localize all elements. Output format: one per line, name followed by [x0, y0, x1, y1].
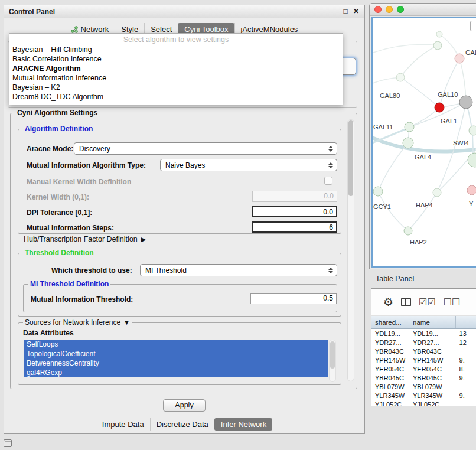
settings-group-title: Cyni Algorithm Settings	[15, 109, 99, 117]
network-node[interactable]	[436, 31, 442, 37]
restore-window-icon[interactable]: □	[341, 7, 350, 15]
network-edge[interactable]	[439, 58, 459, 107]
network-node-label: GAL1	[441, 118, 457, 125]
network-node[interactable]	[396, 73, 405, 81]
table-row[interactable]: YJL052CYJL052C	[371, 400, 476, 406]
network-edge[interactable]	[400, 77, 439, 107]
unselect-all-columns-icon[interactable]: ☐☐	[444, 298, 461, 307]
network-edge[interactable]	[378, 191, 408, 231]
attribute-item-selfloops[interactable]: SelfLoops	[24, 340, 328, 349]
algorithm-option-bayesian-hill-climbing[interactable]: Bayesian – Hill Climbing	[9, 45, 343, 54]
attribute-item-gal4rgexp[interactable]: gal4RGexp	[24, 368, 328, 377]
dropdown-placeholder: Select algorithm to view settings	[9, 35, 343, 45]
dpi-tolerance-field[interactable]: 0.0	[252, 206, 337, 217]
column-header[interactable]	[456, 316, 476, 328]
mac-zoom-icon[interactable]	[397, 6, 404, 13]
table-cell: YBL079W	[371, 383, 409, 390]
algorithm-options: Bayesian – Hill ClimbingBasic Correlatio…	[9, 45, 343, 102]
column-header[interactable]: name	[409, 316, 456, 328]
algorithm-option-basic-correlation-inference[interactable]: Basic Correlation Inference	[9, 54, 343, 64]
expanded-arrow-icon: ▼	[123, 319, 130, 326]
network-tool-fragment[interactable]	[470, 21, 476, 31]
algorithm-option-aracne-algorithm[interactable]: ARACNE Algorithm	[9, 64, 343, 73]
mac-close-icon[interactable]	[374, 6, 382, 13]
network-node[interactable]	[435, 103, 444, 112]
bottom-tab-impute-data[interactable]: Impute Data	[96, 418, 150, 431]
tab-label: jActiveMNodules	[241, 25, 298, 34]
table-row[interactable]: YBR045CYBR045C9.	[371, 373, 476, 382]
table-row[interactable]: YPR145WYPR145W9.	[371, 356, 476, 364]
hub-definition-label: Hub/Transcription Factor Definition	[24, 235, 138, 243]
mac-minimize-icon[interactable]	[386, 6, 393, 13]
table-row[interactable]: YBL079WYBL079W	[371, 382, 476, 391]
table-cell: YJL052C	[371, 401, 409, 406]
network-node[interactable]	[459, 96, 472, 109]
kernel-width-field[interactable]: 0.0	[252, 191, 337, 202]
network-edge[interactable]	[378, 143, 408, 191]
table-row[interactable]: YLR345WYLR345W9.	[371, 391, 476, 400]
network-node[interactable]	[467, 185, 476, 195]
sources-group-title[interactable]: Sources for Network Inference ▼	[23, 318, 132, 327]
algorithm-option-dream8-dc-tdc-algorithm[interactable]: Dream8 DC_TDC Algorithm	[9, 92, 343, 102]
network-node[interactable]	[433, 188, 441, 197]
column-header[interactable]: shared...	[371, 316, 409, 328]
which-threshold-select[interactable]: MI Threshold	[140, 264, 337, 276]
bottom-tab-infer-network[interactable]: Infer Network	[214, 418, 272, 431]
table-row[interactable]: YER054CYER054C8.	[371, 364, 476, 373]
network-edge[interactable]	[373, 45, 438, 54]
network-node[interactable]	[433, 41, 442, 50]
dpi-tolerance-label: DPI Tolerance [0,1]:	[27, 208, 92, 217]
settings-scrollbar[interactable]	[347, 119, 354, 381]
aracne-mode-select[interactable]: Discovery	[74, 142, 337, 155]
gear-icon[interactable]: ⚙	[383, 296, 393, 308]
network-node-label: GAL11	[373, 123, 393, 131]
network-edge[interactable]	[400, 45, 438, 77]
scrollbar-thumb[interactable]	[348, 120, 353, 196]
table-row[interactable]: YDL19...YDL19...13	[371, 329, 476, 338]
attribute-list-scrollbar[interactable]	[329, 340, 336, 382]
network-window-titlebar[interactable]	[370, 4, 476, 16]
algorithm-option-bayesian-k2[interactable]: Bayesian – K2	[9, 83, 343, 92]
mi-steps-field[interactable]: 6	[252, 221, 337, 233]
manual-kernel-checkbox[interactable]	[324, 177, 332, 185]
table-cell: YBL079W	[409, 383, 456, 390]
columns-icon[interactable]	[401, 298, 411, 306]
bottom-tab-discretize-data[interactable]: Discretize Data	[150, 418, 214, 431]
network-canvas-svg[interactable]: GAL80GAL10GALGAL11GAL1SWI4GAL4GCY1HAP4YH…	[373, 18, 476, 268]
threshold-definition-group: Threshold Definition Which threshold to …	[18, 253, 341, 317]
attribute-item-topologicalcoefficient[interactable]: TopologicalCoefficient	[24, 349, 328, 358]
close-window-icon[interactable]: ✕	[351, 7, 361, 15]
desktop: Control Panel □ ✕ NetworkStyleSelectCyni…	[0, 0, 476, 450]
network-node[interactable]	[469, 126, 476, 135]
network-canvas[interactable]: GAL80GAL10GALGAL11GAL1SWI4GAL4GCY1HAP4YH…	[371, 17, 476, 268]
algorithm-option-mutual-information-inference[interactable]: Mutual Information Inference	[9, 73, 343, 83]
network-edge[interactable]	[408, 193, 437, 231]
network-node-label: GAL80	[380, 92, 400, 99]
bottom-tab-bar: Impute DataDiscretize DataInfer Network	[4, 418, 364, 431]
select-all-columns-icon[interactable]: ☑☑	[419, 298, 436, 307]
network-node[interactable]	[403, 138, 413, 148]
mi-threshold-field[interactable]: 0.5	[250, 293, 337, 304]
table-cell: YJL052C	[409, 401, 456, 406]
network-node[interactable]	[405, 122, 414, 132]
network-node[interactable]	[455, 54, 464, 63]
network-node[interactable]	[468, 153, 476, 167]
table-cell: YDL19...	[371, 330, 409, 337]
combo-value: MI Threshold	[141, 266, 327, 275]
tab-label: Cyni Toolbox	[184, 25, 228, 34]
mi-type-select[interactable]: Naive Bayes	[160, 159, 337, 171]
network-icon	[71, 26, 78, 33]
network-node[interactable]	[373, 187, 383, 196]
table-row[interactable]: YBR043CYBR043C	[371, 347, 476, 356]
attribute-item-betweennesscentrality[interactable]: BetweennessCentrality	[24, 358, 328, 368]
cyni-settings-group: Cyni Algorithm Settings Algorithm Defini…	[10, 113, 357, 389]
hub-definition-toggle[interactable]: Hub/Transcription Factor Definition ▶	[24, 235, 146, 243]
network-edge[interactable]	[437, 102, 466, 193]
scrollbar-thumb[interactable]	[330, 341, 335, 369]
table-row[interactable]: YDR27...YDR27...12	[371, 338, 476, 347]
mi-type-label: Mutual Information Algorithm Type:	[27, 161, 146, 169]
apply-button[interactable]: Apply	[163, 399, 206, 412]
panel-collapse-icon[interactable]	[4, 439, 12, 447]
network-node[interactable]	[404, 227, 412, 235]
control-panel-titlebar[interactable]: Control Panel □ ✕	[4, 5, 364, 18]
